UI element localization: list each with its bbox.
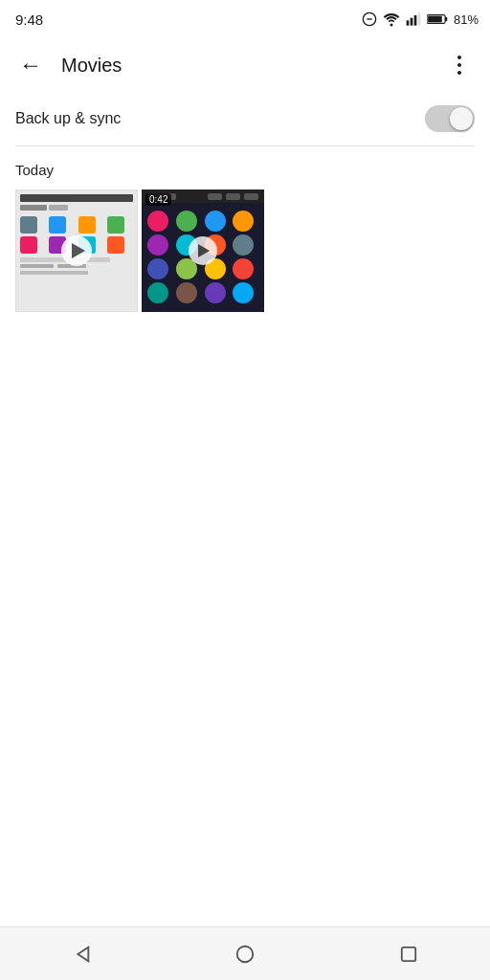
- svg-point-11: [457, 63, 461, 67]
- bottom-nav-bar: [0, 926, 490, 980]
- nav-back-icon: [71, 944, 92, 965]
- app-icon: [205, 211, 226, 232]
- app-drawer-thumb: 0:42: [142, 189, 264, 312]
- svg-rect-9: [428, 16, 442, 23]
- backup-sync-row: Back up & sync: [0, 92, 490, 145]
- play-button-2[interactable]: [189, 236, 217, 265]
- back-arrow-icon: ←: [19, 52, 42, 78]
- svg-rect-3: [407, 20, 410, 25]
- status-bar: 9:48: [0, 0, 490, 38]
- app-icon: [233, 211, 254, 232]
- app-icon: [233, 282, 254, 303]
- svg-point-12: [457, 71, 461, 75]
- play-button-1[interactable]: [61, 235, 92, 266]
- nav-back-button[interactable]: [58, 931, 104, 977]
- wifi-icon: [383, 11, 400, 27]
- battery-percent: 81%: [454, 12, 479, 27]
- video-thumb-1[interactable]: [15, 189, 138, 312]
- app-icon: [147, 282, 168, 303]
- svg-rect-15: [401, 947, 414, 960]
- nav-home-button[interactable]: [222, 931, 268, 977]
- play-triangle-icon: [72, 243, 85, 258]
- more-options-icon: [457, 56, 461, 75]
- svg-rect-6: [418, 12, 421, 25]
- svg-rect-8: [445, 17, 447, 21]
- status-time: 9:48: [15, 11, 43, 28]
- today-section: Today: [0, 146, 490, 320]
- svg-point-10: [457, 56, 461, 59]
- app-icon: [147, 258, 168, 279]
- app-icon: [233, 258, 254, 279]
- page-title: Movies: [61, 55, 436, 77]
- signal-icon: [406, 11, 421, 27]
- video-thumbnails-row: 0:42: [15, 189, 475, 312]
- status-icons: 81%: [362, 11, 479, 27]
- battery-icon: [427, 12, 448, 26]
- svg-rect-5: [414, 15, 417, 26]
- backup-sync-label: Back up & sync: [15, 110, 121, 127]
- nav-home-icon: [234, 944, 256, 965]
- back-button[interactable]: ←: [8, 42, 54, 88]
- video-thumb-2[interactable]: 0:42: [142, 189, 264, 312]
- app-icon: [205, 282, 226, 303]
- app-icon: [176, 211, 197, 232]
- nav-recents-button[interactable]: [386, 931, 432, 977]
- app-icon: [233, 234, 254, 256]
- app-icon: [147, 234, 168, 256]
- toggle-knob: [450, 107, 473, 130]
- backup-sync-toggle[interactable]: [425, 105, 475, 132]
- today-label: Today: [15, 162, 475, 178]
- screen-record-thumb: [15, 189, 138, 312]
- svg-marker-13: [78, 947, 89, 961]
- app-icon: [147, 211, 168, 232]
- play-triangle-icon-2: [198, 244, 210, 257]
- svg-point-14: [237, 946, 254, 962]
- svg-point-2: [390, 24, 392, 27]
- app-bar: ← Movies: [0, 38, 490, 92]
- video-duration: 0:42: [145, 193, 171, 206]
- app-icon: [176, 282, 197, 303]
- more-options-button[interactable]: [436, 42, 482, 88]
- dnd-icon: [362, 11, 377, 27]
- nav-recents-icon: [400, 946, 417, 963]
- svg-rect-4: [411, 18, 413, 26]
